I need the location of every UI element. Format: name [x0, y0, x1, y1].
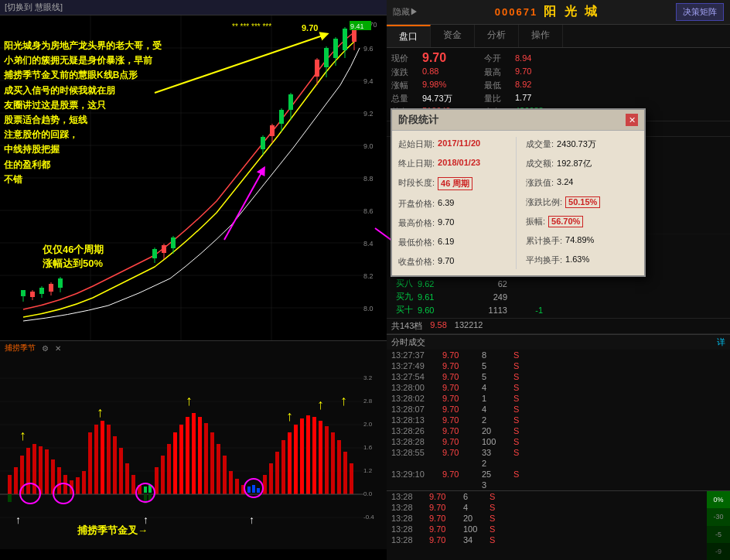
svg-text:↑: ↑: [97, 405, 104, 420]
svg-rect-40: [324, 48, 329, 67]
volume-label: 总量: [391, 93, 422, 104]
svg-rect-93: [131, 475, 135, 494]
svg-text:↑: ↑: [340, 393, 347, 408]
indicator-label: 捕捞季节: [5, 343, 36, 353]
gear-icon[interactable]: ⚙: [42, 344, 49, 353]
svg-text:** *** *** ***: ** *** *** ***: [232, 22, 271, 31]
svg-text:9.0: 9.0: [363, 142, 374, 150]
trade-row-3: 13:27:54 9.70 5 S: [387, 371, 730, 382]
svg-rect-129: [350, 463, 353, 494]
svg-text:8.2: 8.2: [363, 272, 374, 280]
lower-chart: 捕捞季节 ⚙ ✕: [0, 340, 387, 549]
minute-trade-1: 13:28 9.70 6 S: [387, 491, 707, 502]
tab-pankou[interactable]: 盘口: [387, 25, 431, 47]
trade-row-11: 2: [387, 458, 730, 469]
changepct-label: 涨幅: [391, 80, 422, 91]
svg-rect-109: [229, 471, 233, 494]
trade-row-5: 13:28:02 9.70 1 S: [387, 393, 730, 404]
trade-row-4: 13:28:00 9.70 4 S: [387, 382, 730, 393]
close-icon[interactable]: ✕: [55, 344, 61, 353]
svg-rect-127: [337, 440, 341, 494]
svg-rect-120: [294, 425, 298, 494]
svg-text:9.6: 9.6: [363, 45, 374, 53]
trade-row-10: 13:28:55 9.70 33 S: [387, 447, 730, 458]
modal-amplitude: 振幅: 56.70%: [526, 214, 638, 229]
svg-rect-124: [319, 421, 322, 494]
svg-rect-28: [171, 237, 176, 248]
svg-rect-131: [8, 494, 12, 502]
decision-button[interactable]: 决策矩阵: [676, 3, 724, 21]
modal-turnover: 累计换手: 74.89%: [526, 234, 638, 248]
indicator-chart: ↑ ↑ ↑ ↑ ↑ ↑ ↑ ↑ ↑ 3.2 2.8 2.0 1.6 1.2 0.…: [0, 355, 387, 541]
minute-trade-2: 13:28 9.70 4 S: [387, 502, 707, 513]
svg-rect-107: [217, 444, 220, 494]
high-label: 最高: [484, 67, 515, 78]
minute-trades-label: 分时成交: [391, 336, 425, 348]
svg-text:↑: ↑: [249, 514, 254, 526]
svg-rect-87: [94, 425, 98, 494]
trade-row-9: 13:28:28 9.70 100 S: [387, 436, 730, 447]
circle-marker-1: [19, 483, 41, 504]
svg-text:8.0: 8.0: [363, 305, 374, 312]
minute-trades: 13:28 9.70 6 S 13:28 9.70 4 S 13:28 9.70…: [387, 491, 707, 560]
svg-text:9.2: 9.2: [363, 110, 374, 118]
current-price: 9.70: [422, 51, 484, 65]
tab-caozuo[interactable]: 操作: [519, 25, 563, 47]
svg-rect-86: [88, 432, 92, 494]
ob-summary: 共143档 9.58 132212: [387, 318, 730, 334]
tab-zijin[interactable]: 资金: [431, 25, 475, 47]
svg-rect-36: [288, 94, 293, 110]
stock-code: 000671: [495, 6, 537, 18]
svg-rect-42: [333, 39, 338, 58]
modal-changepct-val: 50.15%: [565, 196, 600, 208]
modal-close-button[interactable]: ✕: [626, 114, 638, 126]
buy-row-jiu: 买九 9.61 249: [387, 290, 730, 303]
svg-text:↑: ↑: [186, 393, 193, 408]
annotation-text: 阳光城身为房地产龙头界的老大哥，受 小弟们的簇拥无疑是身价暴涨，早前 捕捞季节金…: [4, 39, 162, 187]
svg-text:↑: ↑: [15, 514, 21, 526]
svg-text:-0.4: -0.4: [363, 514, 374, 521]
trade-row-6: 13:28:07 9.70 4 S: [387, 404, 730, 415]
svg-rect-122: [306, 415, 310, 494]
ratio-val: 1.77: [515, 93, 577, 104]
svg-rect-32: [270, 125, 275, 136]
summary-price: 9.58: [430, 320, 446, 332]
svg-rect-89: [107, 425, 111, 494]
svg-text:1.2: 1.2: [363, 467, 373, 474]
modal-high: 最高价格: 9.70: [398, 216, 510, 230]
svg-rect-26: [162, 245, 166, 253]
pct-neg9: -9: [707, 543, 730, 560]
detail-link[interactable]: 详: [717, 336, 725, 348]
svg-rect-128: [343, 452, 347, 494]
trade-row-2: 13:27:49 9.70 5 S: [387, 360, 730, 371]
svg-rect-34: [279, 110, 284, 124]
low-val: 8.92: [515, 80, 577, 91]
svg-rect-121: [300, 418, 304, 494]
right-top-bar: 隐藏▶ 000671 阳 光 城 决策矩阵: [387, 0, 730, 25]
modal-title-bar: 阶段统计 ✕: [392, 110, 644, 131]
svg-rect-30: [261, 137, 265, 149]
svg-rect-119: [288, 432, 292, 494]
today-open-label: 今开: [484, 53, 515, 64]
svg-rect-44: [343, 29, 347, 50]
buy-row-ba: 买八 9.62 62: [387, 277, 730, 290]
tab-fenxi[interactable]: 分析: [475, 25, 519, 47]
minute-trade-5: 13:28 9.70 34 S: [387, 534, 707, 545]
svg-rect-104: [198, 417, 202, 494]
main-annotation: 阳光城身为房地产龙头界的老大哥，受 小弟们的簇拥无疑是身价暴涨，早前 捕捞季节金…: [4, 39, 162, 187]
changepct-val: 9.98%: [422, 80, 484, 91]
trade-row-12: 13:29:10 9.70 25 S: [387, 469, 730, 480]
switch-label[interactable]: [切换到 慧眼线]: [5, 2, 63, 12]
jinshu-annotation: 捕捞季节金叉→: [77, 524, 148, 538]
svg-text:2.8: 2.8: [363, 398, 373, 405]
trade-row-13: 3: [387, 480, 730, 490]
svg-rect-97: [155, 467, 159, 494]
buy-row-shi: 买十 9.60 1113 -1: [387, 303, 730, 316]
svg-text:8.8: 8.8: [363, 175, 374, 183]
minute-trade-4: 13:28 9.70 100 S: [387, 524, 707, 534]
right-panel: 隐藏▶ 000671 阳 光 城 决策矩阵 盘口 资金 分析 操作 现价 9.7…: [387, 0, 730, 560]
svg-text:8.6: 8.6: [363, 207, 374, 215]
ratio-label: 量比: [484, 93, 515, 104]
svg-text:3.2: 3.2: [363, 374, 373, 381]
hide-button[interactable]: 隐藏▶: [393, 6, 418, 18]
